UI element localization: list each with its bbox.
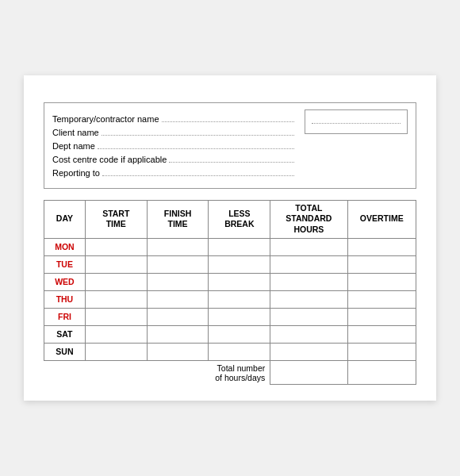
data-cell[interactable] (347, 255, 416, 273)
table-row: MON (44, 238, 416, 255)
data-cell[interactable] (270, 273, 347, 290)
table-row: SAT (44, 325, 416, 343)
data-cell[interactable] (347, 343, 416, 360)
info-row-client: Client name (52, 128, 297, 137)
week-ending-date (312, 123, 401, 127)
day-label: FRI (58, 312, 71, 321)
data-cell[interactable] (347, 325, 416, 343)
data-cell[interactable] (270, 238, 347, 255)
client-label: Client name (52, 128, 99, 137)
page: Temporary/contractor name Client name De… (24, 75, 436, 401)
day-cell: SUN (44, 343, 86, 360)
header-total-hours: TOTALSTANDARDHOURS (270, 200, 347, 238)
header-less-break: LESSBREAK (209, 200, 270, 238)
data-cell[interactable] (85, 325, 147, 343)
data-cell[interactable] (147, 255, 209, 273)
header-overtime: OVERTIME (347, 200, 416, 238)
day-label: THU (56, 294, 74, 304)
day-cell: THU (44, 290, 86, 308)
data-cell[interactable] (270, 308, 347, 325)
data-cell[interactable] (347, 290, 416, 308)
day-cell: FRI (44, 308, 86, 325)
day-label: SUN (56, 347, 73, 356)
info-row-reporting: Reporting to (52, 168, 297, 178)
timesheet-table: DAY STARTTIME FINISHTIME LESSBREAK TOTAL… (44, 200, 416, 385)
total-empty-3 (147, 360, 209, 385)
header-day: DAY (44, 200, 86, 238)
data-cell[interactable] (209, 290, 270, 308)
dept-label: Dept name (52, 141, 95, 151)
data-cell[interactable] (147, 238, 209, 255)
data-cell[interactable] (347, 238, 416, 255)
day-label: SAT (56, 329, 72, 339)
data-cell[interactable] (147, 290, 209, 308)
table-header-row: DAY STARTTIME FINISHTIME LESSBREAK TOTAL… (44, 200, 416, 238)
week-ending-box (305, 109, 408, 134)
table-row: WED (44, 273, 416, 290)
info-box: Temporary/contractor name Client name De… (44, 102, 416, 189)
total-row: Total number of hours/days (44, 360, 416, 385)
data-cell[interactable] (147, 325, 209, 343)
info-row-dept: Dept name (52, 141, 297, 151)
table-row: FRI (44, 308, 416, 325)
total-empty-1 (44, 360, 86, 385)
info-row-contractor: Temporary/contractor name (52, 114, 297, 124)
total-label: Total number of hours/days (209, 360, 270, 385)
data-cell[interactable] (147, 343, 209, 360)
data-cell[interactable] (209, 308, 270, 325)
client-dots (102, 135, 294, 136)
reporting-dots (102, 175, 294, 176)
info-row-cost: Cost centre code if applicable (52, 155, 297, 164)
header-finish-time: FINISHTIME (147, 200, 209, 238)
data-cell[interactable] (270, 290, 347, 308)
day-cell: WED (44, 273, 86, 290)
data-cell[interactable] (209, 238, 270, 255)
header-start-time: STARTTIME (85, 200, 147, 238)
table-row: THU (44, 290, 416, 308)
data-cell[interactable] (85, 255, 147, 273)
data-cell[interactable] (209, 343, 270, 360)
dept-dots (98, 148, 294, 149)
data-cell[interactable] (209, 255, 270, 273)
total-empty-2 (85, 360, 147, 385)
cost-label: Cost centre code if applicable (52, 155, 167, 164)
data-cell[interactable] (85, 308, 147, 325)
data-cell[interactable] (270, 325, 347, 343)
day-cell: TUE (44, 255, 86, 273)
data-cell[interactable] (147, 273, 209, 290)
contractor-label: Temporary/contractor name (52, 114, 159, 124)
data-cell[interactable] (85, 343, 147, 360)
info-left: Temporary/contractor name Client name De… (52, 109, 297, 182)
data-cell[interactable] (85, 273, 147, 290)
data-cell[interactable] (270, 255, 347, 273)
data-cell[interactable] (347, 273, 416, 290)
data-cell[interactable] (85, 238, 147, 255)
data-cell[interactable] (209, 325, 270, 343)
data-cell[interactable] (270, 343, 347, 360)
total-hours-cell[interactable] (270, 360, 347, 385)
data-cell[interactable] (209, 273, 270, 290)
data-cell[interactable] (85, 290, 147, 308)
day-label: MON (55, 242, 75, 251)
total-overtime-cell[interactable] (347, 360, 416, 385)
day-label: WED (55, 277, 75, 286)
day-cell: SAT (44, 325, 86, 343)
day-cell: MON (44, 238, 86, 255)
day-label: TUE (56, 259, 73, 269)
data-cell[interactable] (147, 308, 209, 325)
reporting-label: Reporting to (52, 168, 100, 178)
data-cell[interactable] (347, 308, 416, 325)
table-row: TUE (44, 255, 416, 273)
contractor-dots (162, 121, 295, 122)
cost-dots (169, 162, 294, 163)
table-row: SUN (44, 343, 416, 360)
